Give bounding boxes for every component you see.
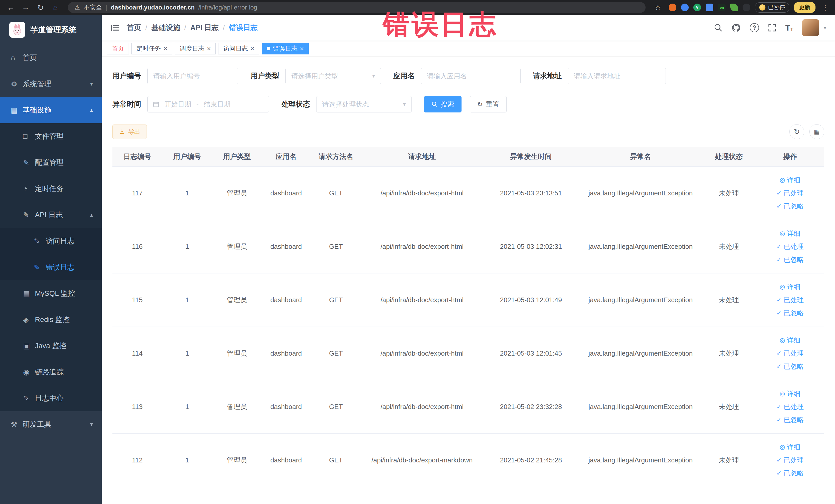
browser-update-button[interactable]: 更新 bbox=[794, 2, 815, 13]
export-button[interactable]: 导出 bbox=[113, 124, 147, 139]
cell-actions: ◎详细✓已处理✓已忽略 bbox=[756, 220, 824, 273]
sidebar-item-redis-monitor[interactable]: ◈Redis 监控 bbox=[0, 306, 102, 333]
sidebar-item-system-management[interactable]: ⚙系统管理▾ bbox=[0, 71, 102, 97]
home-icon[interactable]: ⌂ bbox=[49, 3, 62, 12]
action-detail-link[interactable]: ◎详细 bbox=[779, 176, 800, 185]
extension-v-icon[interactable]: V bbox=[693, 4, 701, 11]
refresh-icon: ↻ bbox=[477, 100, 483, 108]
tab-schedule-log[interactable]: 调度日志× bbox=[175, 43, 216, 55]
sidebar-item-home[interactable]: ⌂首页 bbox=[0, 45, 102, 71]
action-detail-link[interactable]: ◎详细 bbox=[779, 443, 800, 451]
github-icon[interactable] bbox=[731, 23, 741, 33]
reload-icon[interactable]: ↻ bbox=[34, 3, 47, 12]
breadcrumb-home[interactable]: 首页 bbox=[127, 23, 141, 33]
action-label: 已忽略 bbox=[784, 309, 804, 318]
check-icon: ✓ bbox=[776, 256, 781, 263]
fullscreen-icon[interactable] bbox=[768, 23, 776, 32]
reset-button[interactable]: ↻ 重置 bbox=[470, 96, 507, 113]
action-mark-processed-link[interactable]: ✓已处理 bbox=[776, 189, 804, 198]
eye-icon: ◎ bbox=[779, 176, 785, 184]
cell-user_type: 管理员 bbox=[212, 434, 262, 487]
exception-time-range[interactable]: 开始日期 - 结束日期 bbox=[147, 96, 269, 113]
paused-badge[interactable]: 已暂停 bbox=[755, 2, 789, 13]
extension-grid-icon[interactable] bbox=[706, 4, 713, 11]
action-detail-link[interactable]: ◎详细 bbox=[779, 282, 800, 291]
column-settings-button[interactable]: ▦ bbox=[809, 124, 824, 139]
sidebar-toggle-icon[interactable] bbox=[110, 23, 120, 32]
request-url-label: 请求地址 bbox=[533, 71, 562, 81]
extension-drop-icon[interactable] bbox=[681, 4, 689, 11]
back-icon[interactable]: ← bbox=[5, 3, 17, 12]
sidebar-item-dev-tools[interactable]: ⚒研发工具▾ bbox=[0, 411, 102, 438]
action-mark-ignored-link[interactable]: ✓已忽略 bbox=[776, 469, 804, 478]
sidebar-item-access-log[interactable]: ✎访问日志 bbox=[0, 228, 102, 254]
cell-id: 113 bbox=[113, 380, 162, 434]
close-tab-icon[interactable]: × bbox=[163, 45, 167, 52]
sidebar-item-trace[interactable]: ◉链路追踪 bbox=[0, 359, 102, 385]
request-url-input[interactable] bbox=[568, 68, 666, 84]
action-label: 详细 bbox=[787, 229, 800, 238]
app-logo[interactable]: 芋道管理系统 bbox=[0, 15, 102, 45]
tab-timed-task[interactable]: 定时任务× bbox=[131, 43, 172, 55]
sidebar-item-log-center[interactable]: ✎日志中心 bbox=[0, 385, 102, 411]
action-mark-processed-link[interactable]: ✓已处理 bbox=[776, 349, 804, 358]
tab-error-log[interactable]: 错误日志× bbox=[262, 43, 309, 55]
action-detail-link[interactable]: ◎详细 bbox=[779, 229, 800, 238]
active-dot-icon bbox=[267, 47, 270, 50]
action-mark-ignored-link[interactable]: ✓已忽略 bbox=[776, 416, 804, 424]
avatar[interactable] bbox=[802, 19, 819, 36]
action-mark-processed-link[interactable]: ✓已处理 bbox=[776, 402, 804, 411]
breadcrumb-api-log[interactable]: API 日志 bbox=[190, 23, 219, 33]
smiley-icon bbox=[759, 4, 766, 11]
action-mark-ignored-link[interactable]: ✓已忽略 bbox=[776, 202, 804, 211]
sidebar-item-config-management[interactable]: ✎配置管理 bbox=[0, 149, 102, 176]
extension-leaf-icon[interactable] bbox=[730, 4, 738, 11]
font-size-icon[interactable]: TT bbox=[785, 23, 793, 33]
bookmark-star-icon[interactable]: ☆ bbox=[652, 3, 664, 12]
app-name-input[interactable] bbox=[421, 68, 521, 84]
cell-actions: ◎详细✓已处理✓已忽略 bbox=[756, 327, 824, 380]
action-mark-ignored-link[interactable]: ✓已忽略 bbox=[776, 362, 804, 371]
sidebar-item-scheduled-tasks[interactable]: ◔定时任务 bbox=[0, 176, 102, 202]
sidebar-item-file-management[interactable]: □文件管理 bbox=[0, 123, 102, 149]
action-detail-link[interactable]: ◎详细 bbox=[779, 336, 800, 345]
extension-on-icon[interactable]: on bbox=[718, 4, 726, 11]
eye-icon: ◎ bbox=[779, 443, 785, 450]
close-tab-icon[interactable]: × bbox=[207, 45, 211, 52]
action-mark-processed-link[interactable]: ✓已处理 bbox=[776, 242, 804, 251]
chevron-down-icon[interactable]: ▾ bbox=[824, 25, 826, 31]
extension-orange-icon[interactable] bbox=[669, 4, 676, 11]
action-mark-processed-link[interactable]: ✓已处理 bbox=[776, 296, 804, 304]
action-mark-processed-link[interactable]: ✓已处理 bbox=[776, 456, 804, 465]
close-tab-icon[interactable]: × bbox=[250, 45, 254, 52]
cell-method: GET bbox=[310, 327, 362, 380]
process-status-select[interactable]: 请选择处理状态 ▾ bbox=[316, 96, 412, 113]
close-tab-icon[interactable]: × bbox=[300, 45, 304, 52]
cell-id: 112 bbox=[113, 434, 162, 487]
action-detail-link[interactable]: ◎详细 bbox=[779, 389, 800, 398]
cell-user_id: 1 bbox=[162, 380, 212, 434]
security-label[interactable]: 不安全 bbox=[84, 3, 102, 12]
action-mark-ignored-link[interactable]: ✓已忽略 bbox=[776, 309, 804, 318]
user-type-select[interactable]: 请选择用户类型 ▾ bbox=[285, 68, 381, 84]
sidebar-item-error-log[interactable]: ✎错误日志 bbox=[0, 254, 102, 280]
help-icon[interactable]: ? bbox=[750, 23, 759, 32]
topbar-actions: ? TT ▾ bbox=[714, 19, 826, 36]
sidebar-item-java-monitor[interactable]: ▣Java 监控 bbox=[0, 333, 102, 359]
tab-home[interactable]: 首页 bbox=[107, 43, 129, 55]
search-icon[interactable] bbox=[714, 23, 722, 32]
search-button[interactable]: 搜索 bbox=[424, 96, 462, 113]
breadcrumb-infrastructure[interactable]: 基础设施 bbox=[151, 23, 180, 33]
browser-menu-icon[interactable]: ⋮ bbox=[820, 3, 830, 12]
sidebar-item-mysql-monitor[interactable]: ▦MySQL 监控 bbox=[0, 280, 102, 306]
action-mark-ignored-link[interactable]: ✓已忽略 bbox=[776, 255, 804, 264]
sidebar-item-api-log[interactable]: ✎API 日志▴ bbox=[0, 202, 102, 228]
sidebar-item-infrastructure[interactable]: ▤基础设施▴ bbox=[0, 97, 102, 123]
tab-access-log[interactable]: 访问日志× bbox=[218, 43, 259, 55]
user-id-input[interactable] bbox=[147, 68, 238, 84]
address-bar[interactable]: ⚠ 不安全 | dashboard.yudao.iocoder.cn/infra… bbox=[68, 2, 646, 13]
calendar-icon bbox=[153, 101, 159, 107]
forward-icon[interactable]: → bbox=[20, 3, 32, 12]
extension-pin-icon[interactable] bbox=[742, 4, 750, 11]
refresh-table-button[interactable]: ↻ bbox=[789, 124, 804, 139]
